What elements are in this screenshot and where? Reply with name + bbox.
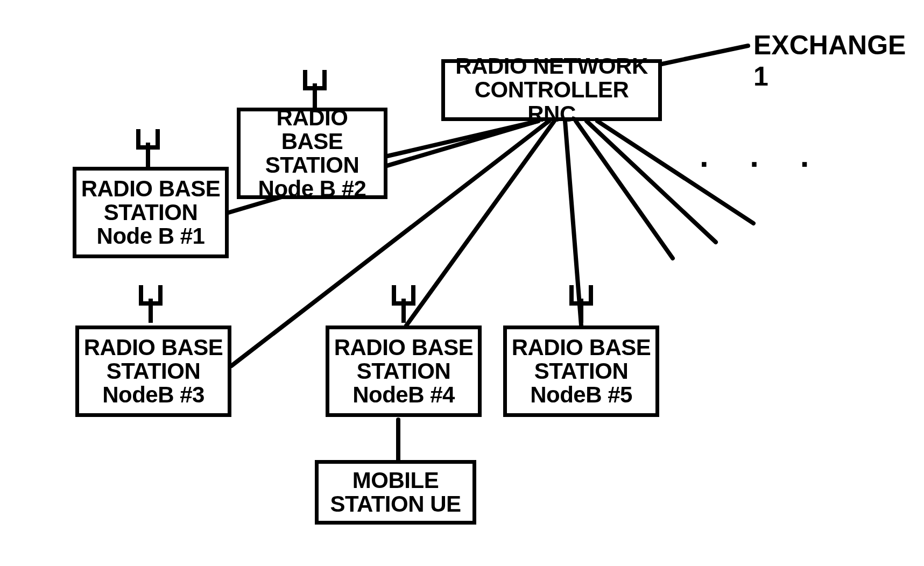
node-b1-line3: Node B #1 [97,224,205,248]
node-b3-line1: RADIO BASE [84,336,223,359]
node-b1-line2: STATION [104,201,198,224]
svg-line-5 [576,121,673,258]
svg-line-1 [387,121,538,156]
antenna-icon [132,129,164,167]
rnc-line2: CONTROLLER RNC [448,78,655,125]
antenna-icon [135,285,167,323]
node-b2-line2: STATION [265,153,359,177]
node-b2-line1: RADIO BASE [244,106,380,153]
antenna-icon [565,285,597,323]
node-b1-line1: RADIO BASE [81,177,221,201]
rnc-line1: RADIO NETWORK [455,54,647,78]
rnc-box: RADIO NETWORK CONTROLLER RNC [441,59,662,121]
node-b5-line3: NodeB #5 [530,383,632,407]
ellipsis: . . . [700,137,825,174]
node-b4-line2: STATION [357,359,451,383]
svg-line-3 [406,121,554,326]
node-b3-line3: NodeB #3 [102,383,204,407]
node-b5-line2: STATION [534,359,629,383]
svg-line-6 [587,121,716,242]
mobile-station-box: MOBILE STATION UE [315,460,476,525]
ue-line2: STATION UE [330,492,461,516]
antenna-icon [299,70,331,108]
diagram-canvas: RADIO NETWORK CONTROLLER RNC EXCHANGE 1 … [0,0,924,566]
node-b4-box: RADIO BASE STATION NodeB #4 [326,326,482,417]
node-b2-line3: Node B #2 [258,177,366,201]
node-b1-box: RADIO BASE STATION Node B #1 [73,167,229,258]
svg-line-8 [659,46,748,65]
node-b4-line1: RADIO BASE [334,336,474,359]
node-b2-box: RADIO BASE STATION Node B #2 [237,108,387,199]
node-b3-line2: STATION [107,359,201,383]
exchange-label: EXCHANGE 1 [753,30,924,92]
node-b5-box: RADIO BASE STATION NodeB #5 [503,326,659,417]
node-b3-box: RADIO BASE STATION NodeB #3 [75,326,231,417]
node-b5-line1: RADIO BASE [512,336,651,359]
node-b4-line3: NodeB #4 [352,383,455,407]
antenna-icon [387,285,420,323]
ue-line1: MOBILE [352,469,439,492]
